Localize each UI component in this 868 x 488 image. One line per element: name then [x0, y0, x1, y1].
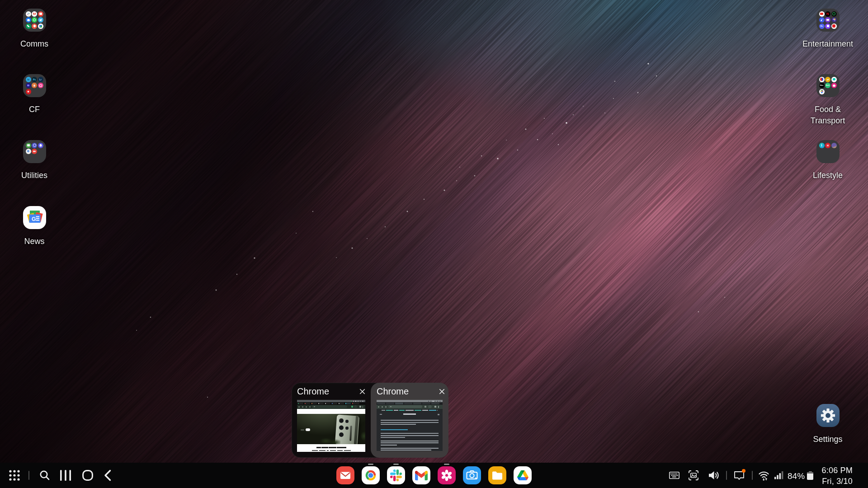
svg-text:G: G: [32, 216, 36, 222]
